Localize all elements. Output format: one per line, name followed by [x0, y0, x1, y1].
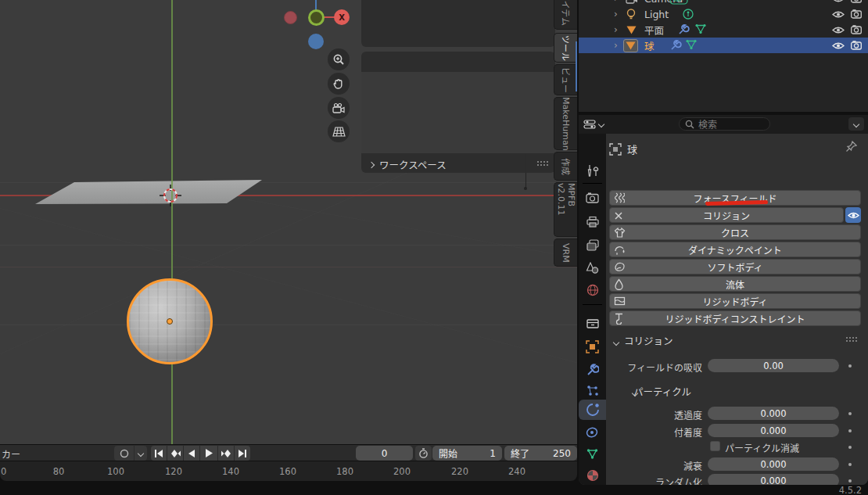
rigid-body-constraint-button[interactable]: リジッドボディコンストレイント [609, 310, 861, 326]
pan-button[interactable] [328, 73, 350, 95]
expand-arrow-icon[interactable]: › [614, 40, 618, 51]
animate-dot[interactable] [848, 479, 852, 482]
tab-constraints[interactable] [579, 421, 606, 442]
properties-menu-button[interactable] [848, 117, 864, 131]
camera-data-icon[interactable] [669, 0, 688, 5]
breadcrumb-object-name[interactable]: 球 [627, 142, 637, 156]
gizmo-y-ball[interactable] [308, 9, 325, 26]
workspace-panel-header[interactable]: ワークスペース [361, 153, 555, 173]
sidebar-tab-vrm[interactable]: VRM [554, 239, 577, 267]
autokey-dropdown-button[interactable] [135, 446, 147, 461]
tab-tool[interactable] [579, 160, 606, 181]
permeability-field[interactable]: 0.000 [708, 407, 839, 420]
sidebar-tab-mpfb[interactable]: MPFB v2.0.11 [554, 182, 577, 237]
randomize-field[interactable]: 0.000 [708, 474, 839, 485]
zoom-button[interactable] [328, 48, 350, 70]
animate-dot[interactable] [848, 429, 852, 432]
dynamic-paint-button[interactable]: ダイナミックペイント [609, 242, 861, 257]
sidebar-tab-create[interactable]: 作成 [554, 152, 577, 181]
tab-particles[interactable] [579, 381, 606, 401]
timeline-menu-text[interactable]: カー [2, 447, 20, 461]
rigid-body-button[interactable]: リジッドボディ [609, 293, 861, 309]
mesh-data-icon[interactable] [685, 39, 698, 50]
viewport-3d[interactable]: X [0, 0, 577, 444]
editor-type-button[interactable] [583, 117, 608, 131]
current-frame-field[interactable]: 0 [356, 446, 413, 461]
particle-subpanel-title[interactable]: パーティクル [633, 384, 691, 399]
modifier-wrench-icon[interactable] [677, 23, 690, 36]
damping-field[interactable]: 0.000 [708, 457, 839, 471]
panel-grip-icon[interactable] [845, 336, 857, 342]
gizmo-negative-z-ball[interactable] [308, 34, 324, 49]
tab-world[interactable] [579, 280, 606, 300]
hide-eye-icon[interactable] [832, 26, 845, 34]
tab-collection[interactable] [579, 313, 606, 333]
outliner-row-camera[interactable]: › Camera [579, 0, 868, 6]
sidebar-tab-view[interactable]: ビュー [554, 64, 577, 95]
animate-dot[interactable] [848, 364, 852, 368]
soft-body-button[interactable]: ソフトボディ [609, 259, 861, 274]
gizmo-positive-x-ball[interactable]: X [334, 9, 350, 25]
cloth-button[interactable]: クロス [609, 224, 861, 240]
hide-eye-icon[interactable] [832, 10, 845, 19]
autokey-record-button[interactable] [114, 446, 134, 461]
timeline-ruler[interactable]: 0 80 100 120 140 160 180 200 220 240 [0, 461, 577, 481]
tab-material[interactable] [579, 465, 606, 485]
outliner-row-light[interactable]: › Light [579, 6, 868, 22]
play-button[interactable] [200, 446, 217, 461]
collision-visibility-toggle[interactable] [845, 207, 861, 223]
disable-render-icon[interactable] [851, 9, 862, 19]
tab-scene[interactable] [579, 257, 606, 278]
modifier-wrench-icon[interactable] [669, 39, 682, 52]
tab-object[interactable] [579, 336, 606, 357]
use-preview-range-button[interactable] [415, 446, 432, 461]
tab-output[interactable] [579, 211, 606, 231]
chevron-down-icon[interactable] [613, 339, 619, 346]
grid-ortho-button[interactable] [328, 120, 350, 142]
sidebar-tab-item[interactable]: アイテム [554, 0, 577, 30]
sidebar-tab-makehuman[interactable]: MakeHuman [554, 97, 577, 150]
animate-dot[interactable] [848, 412, 852, 415]
disable-render-icon[interactable] [851, 0, 862, 3]
absorption-field[interactable]: 0.00 [708, 359, 839, 372]
collision-panel-title[interactable]: コリジョン [624, 333, 673, 348]
disable-render-icon[interactable] [851, 41, 862, 50]
fluid-button[interactable]: 流体 [609, 276, 861, 292]
animate-dot[interactable] [848, 446, 852, 449]
jump-to-start-button[interactable] [151, 446, 167, 461]
next-keyframe-button[interactable] [218, 446, 234, 461]
expand-arrow-icon[interactable]: › [614, 0, 618, 4]
jump-to-end-button[interactable] [235, 446, 250, 461]
hide-eye-icon[interactable] [832, 0, 845, 3]
expand-arrow-icon[interactable]: › [614, 24, 618, 35]
kill-particles-checkbox[interactable] [710, 441, 720, 451]
tab-view-layer[interactable] [579, 235, 606, 255]
object-name[interactable]: 平面 [644, 23, 664, 38]
tab-modifiers[interactable] [579, 360, 606, 380]
disable-render-icon[interactable] [851, 25, 862, 34]
frame-start-field[interactable]: 開始 1 [432, 446, 502, 461]
frame-end-field[interactable]: 終了 250 [504, 446, 577, 461]
tab-physics-active[interactable] [579, 400, 606, 420]
collision-button-enabled[interactable]: コリジョン [609, 207, 844, 223]
kill-particles-label[interactable]: パーティクル消滅 [725, 441, 799, 454]
hide-eye-icon[interactable] [832, 41, 845, 50]
outliner-row-sphere-selected[interactable]: › 球 [579, 38, 868, 53]
tab-object-data[interactable] [579, 443, 606, 464]
panel-grip-icon[interactable] [536, 160, 548, 166]
object-name[interactable]: Light [644, 9, 669, 20]
play-reverse-button[interactable] [184, 446, 199, 461]
pin-icon[interactable] [845, 141, 857, 152]
stickiness-field[interactable]: 0.000 [708, 424, 839, 437]
camera-view-button[interactable] [328, 97, 350, 119]
object-name-active[interactable]: 球 [644, 38, 655, 53]
gizmo-negative-x-ball[interactable] [284, 11, 297, 24]
search-input[interactable]: 検索 [679, 117, 770, 131]
previous-keyframe-button[interactable] [167, 446, 183, 461]
light-data-icon[interactable] [682, 8, 694, 20]
outliner-row-plane[interactable]: › 平面 [579, 22, 868, 38]
sidebar-tab-tool[interactable]: ツール [554, 33, 577, 63]
expand-arrow-icon[interactable]: › [614, 9, 618, 20]
mesh-data-icon[interactable] [694, 23, 707, 34]
tab-render[interactable] [579, 188, 606, 208]
